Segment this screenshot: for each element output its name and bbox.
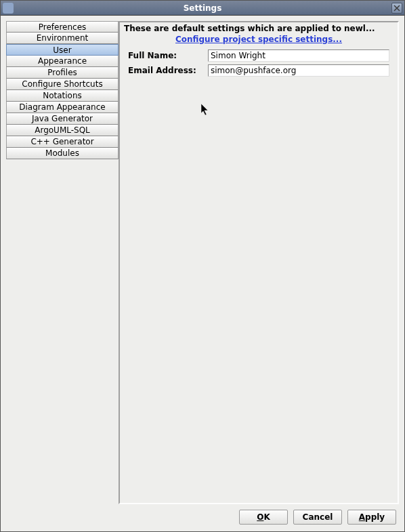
sidebar-item-diagram-appearance[interactable]: Diagram Appearance [6, 102, 119, 113]
sidebar-item-preferences[interactable]: Preferences [6, 21, 119, 33]
close-icon [393, 5, 400, 12]
description-text: These are default settings which are app… [124, 24, 393, 33]
settings-window: Settings Preferences Environment User Ap… [0, 0, 405, 532]
sidebar-item-environment[interactable]: Environment [6, 33, 119, 44]
sidebar-item-user[interactable]: User [6, 44, 119, 56]
link-row: Configure project specific settings... [124, 35, 393, 44]
sidebar-item-profiles[interactable]: Profiles [6, 67, 119, 79]
apply-button[interactable]: Apply [347, 510, 396, 525]
window-body: Preferences Environment User Appearance … [1, 16, 404, 531]
close-button[interactable] [391, 3, 402, 14]
email-label: Email Address: [128, 66, 202, 75]
sidebar: Preferences Environment User Appearance … [6, 21, 119, 504]
configure-project-link[interactable]: Configure project specific settings... [175, 35, 342, 44]
app-icon [3, 3, 14, 14]
sidebar-item-configure-shortcuts[interactable]: Configure Shortcuts [6, 79, 119, 90]
window-title: Settings [184, 3, 222, 13]
sidebar-item-java-generator[interactable]: Java Generator [6, 113, 119, 125]
sidebar-item-modules[interactable]: Modules [6, 148, 119, 159]
sidebar-item-appearance[interactable]: Appearance [6, 56, 119, 67]
email-input[interactable] [208, 64, 389, 77]
ok-button[interactable]: OK [239, 510, 288, 525]
content-panel: These are default settings which are app… [119, 21, 399, 504]
main-area: Preferences Environment User Appearance … [6, 21, 399, 504]
cancel-button[interactable]: Cancel [293, 510, 342, 525]
form-grid: Full Name: Email Address: [124, 49, 393, 77]
sidebar-item-cpp-generator[interactable]: C++ Generator [6, 136, 119, 148]
sidebar-item-notations[interactable]: Notations [6, 90, 119, 102]
titlebar: Settings [1, 1, 404, 16]
fullname-input[interactable] [208, 49, 389, 62]
button-bar: OK Cancel Apply [6, 508, 399, 526]
fullname-label: Full Name: [128, 51, 202, 60]
sidebar-item-argouml-sql[interactable]: ArgoUML-SQL [6, 125, 119, 136]
